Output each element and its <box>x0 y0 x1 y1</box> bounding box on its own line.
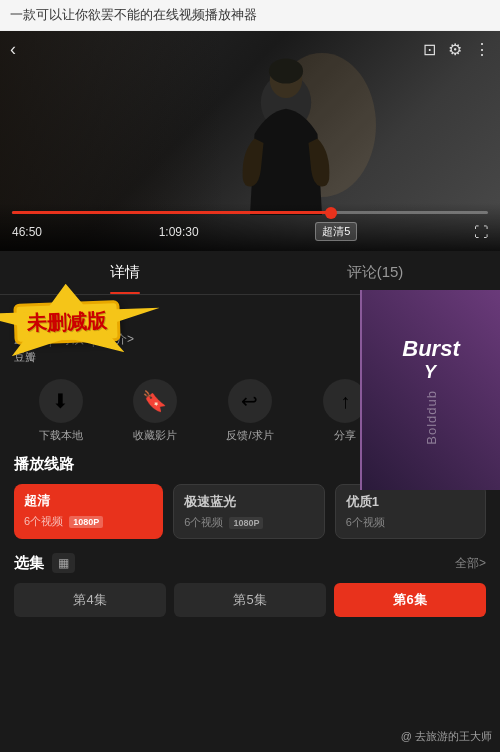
download-button[interactable]: ⬇ 下载本地 <box>39 379 83 443</box>
top-right-controls: ⊡ ⚙ ⋮ <box>423 40 490 59</box>
settings-icon[interactable]: ⚙ <box>448 40 462 59</box>
episodes-row: 第4集 第5集 第6集 <box>14 583 486 617</box>
share-icon: ↑ <box>323 379 367 423</box>
time-current: 46:50 <box>12 225 42 239</box>
video-controls: 46:50 1:09:30 超清5 ⛶ <box>0 203 500 251</box>
favorite-icon: 🔖 <box>133 379 177 423</box>
video-top-controls: ‹ ⊡ ⚙ ⋮ <box>10 39 490 60</box>
route-superclear[interactable]: 超清 6个视频 1080P <box>14 484 163 539</box>
episode-5[interactable]: 第5集 <box>174 583 326 617</box>
share-button[interactable]: ↑ 分享 <box>323 379 367 443</box>
playback-header: 播放线路 全部> <box>14 455 486 474</box>
tab-comments[interactable]: 评论(15) <box>250 251 500 294</box>
route-1-meta: 6个视频 1080P <box>184 515 313 530</box>
top-banner: 一款可以让你欲罢不能的在线视频播放神器 <box>0 0 500 31</box>
episodes-more[interactable]: 全部> <box>455 555 486 572</box>
tv-icon: 📺 <box>417 379 461 423</box>
sticker-badge: 未删减版 <box>13 300 120 345</box>
download-icon: ⬇ <box>39 379 83 423</box>
route-quality1[interactable]: 优质1 6个视频 <box>335 484 486 539</box>
route-blueray[interactable]: 极速蓝光 6个视频 1080P <box>173 484 324 539</box>
fullscreen-icon[interactable]: ⛶ <box>474 224 488 240</box>
episodes-icon: ▦ <box>52 553 75 573</box>
favorite-button[interactable]: 🔖 收藏影片 <box>133 379 177 443</box>
feedback-icon: ↩ <box>228 379 272 423</box>
back-button[interactable]: ‹ <box>10 39 16 60</box>
playback-title: 播放线路 <box>14 455 74 474</box>
progress-bar[interactable] <box>12 211 488 214</box>
progress-fill <box>12 211 331 214</box>
video-player[interactable]: ‹ ⊡ ⚙ ⋮ 46:50 1:09:30 超清5 ⛶ <box>0 31 500 251</box>
svg-point-3 <box>269 58 303 83</box>
cast-icon[interactable]: ⊡ <box>423 40 436 59</box>
routes-row: 超清 6个视频 1080P 极速蓝光 6个视频 1080P 优质1 6个视频 <box>14 484 486 539</box>
time-total: 1:09:30 <box>159 225 199 239</box>
tv-button[interactable]: 📺 电视联播 <box>417 379 461 443</box>
playback-more[interactable]: 全部> <box>455 456 486 473</box>
feedback-button[interactable]: ↩ 反馈/求片 <box>226 379 273 443</box>
episodes-title-row: 选集 ▦ <box>14 553 75 573</box>
banner-text: 一款可以让你欲罢不能的在线视频播放神器 <box>10 6 257 24</box>
route-0-meta: 6个视频 1080P <box>24 514 153 529</box>
watermark: @ 去旅游的王大师 <box>401 729 492 744</box>
more-icon[interactable]: ⋮ <box>474 40 490 59</box>
content-area: 未删减版 海洋ヴァ › 2024 | 导演 | 简介> 豆瓣 ⬇ 下载本地 🔖 … <box>0 295 500 629</box>
progress-dot <box>325 207 337 219</box>
quality-badge[interactable]: 超清5 <box>315 222 357 241</box>
episodes-header: 选集 ▦ 全部> <box>14 553 486 573</box>
time-row: 46:50 1:09:30 超清5 ⛶ <box>12 222 488 241</box>
route-2-meta: 6个视频 <box>346 515 475 530</box>
action-buttons: ⬇ 下载本地 🔖 收藏影片 ↩ 反馈/求片 ↑ 分享 📺 电视联播 <box>14 379 486 443</box>
episodes-title: 选集 <box>14 554 44 573</box>
tab-details[interactable]: 详情 <box>0 251 250 294</box>
title-section: 未删减版 海洋ヴァ › 2024 | 导演 | 简介> 豆瓣 <box>14 307 486 365</box>
platform-badge: 豆瓣 <box>14 350 486 365</box>
tab-bar: 详情 评论(15) <box>0 251 500 295</box>
episode-4[interactable]: 第4集 <box>14 583 166 617</box>
episode-6[interactable]: 第6集 <box>334 583 486 617</box>
